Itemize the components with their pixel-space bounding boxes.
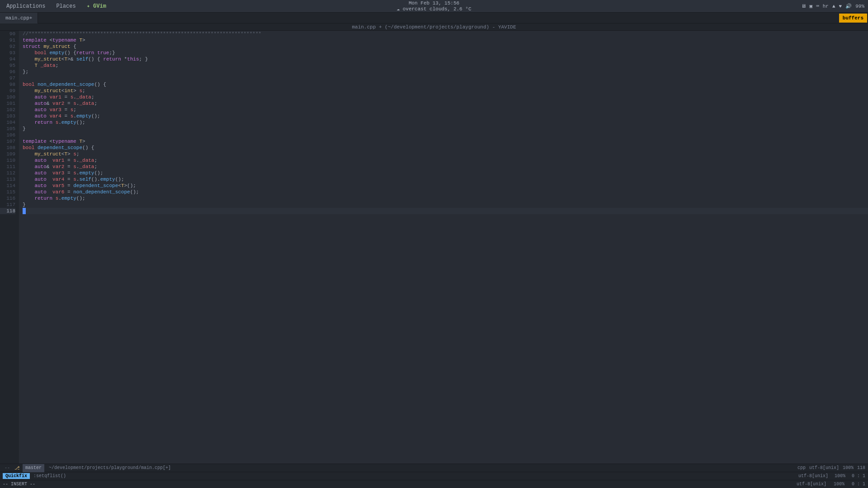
mode-percent: 100% (834, 482, 844, 487)
code-line-96: }; (23, 69, 868, 75)
quickfix-label: Quickfix (3, 473, 30, 479)
ln-106: 106 (0, 132, 15, 138)
code-line-105: } (23, 126, 868, 132)
heart-icon: ♥ (839, 4, 842, 9)
code-line-92: struct my_struct { (23, 43, 868, 50)
ln-91: 91 (0, 37, 15, 43)
monitor-icon: 🖥 (801, 3, 806, 9)
ln-104: 104 (0, 119, 15, 126)
places-menu[interactable]: Places (53, 2, 78, 10)
code-line-93: bool empty() {return true;} (23, 50, 868, 56)
code-line-107: template <typename T> (23, 138, 868, 145)
ln-110: 110 (0, 157, 15, 164)
status-left: -- ⎇ master ~/development/projects/playg… (0, 464, 174, 472)
code-line-100: auto var1 = s._data; (23, 94, 868, 100)
ln-100: 100 (0, 94, 15, 100)
code-line-102: auto var3 = s; (23, 107, 868, 113)
code-line-101: auto& var2 = s._data; (23, 100, 868, 107)
code-line-104: return s.empty(); (23, 119, 868, 126)
ln-115: 115 (0, 189, 15, 195)
system-bar: Applications Places ✦ GVim Mon Feb 13, 1… (0, 0, 868, 13)
ln-114: 114 (0, 183, 15, 189)
editor-container: 90 91 92 93 94 95 96 97 98 99 100 101 10… (0, 31, 868, 464)
ln-107: 107 (0, 138, 15, 145)
line-numbers: 90 91 92 93 94 95 96 97 98 99 100 101 10… (0, 31, 19, 464)
ln-112: 112 (0, 170, 15, 176)
code-line-109: my_struct<T> s; (23, 151, 868, 157)
status-branch: master (23, 464, 44, 472)
quickfix-right: utf-8[unix] 100% 0 : 1 (798, 474, 865, 479)
datetime-display: Mon Feb 13, 15:56 (409, 0, 459, 6)
system-bar-left: Applications Places ✦ GVim (4, 2, 109, 10)
code-line-117: } (23, 202, 868, 208)
ln-105: 105 (0, 126, 15, 132)
status-bar: -- ⎇ master ~/development/projects/playg… (0, 464, 868, 472)
mode-indicator: -- INSERT -- (3, 482, 35, 487)
ln-96: 96 (0, 69, 15, 75)
active-tab[interactable]: main.cpp+ (0, 13, 38, 23)
weather-display: ☁ overcast clouds, 2.6 °C (396, 6, 471, 12)
system-bar-center: Mon Feb 13, 15:56 ☁ overcast clouds, 2.6… (396, 0, 471, 12)
code-line-113: auto var4 = s.self().empty(); (23, 176, 868, 183)
status-filepath: ~/development/projects/playground/main.c… (46, 465, 174, 470)
qf-position: 0 : 1 (852, 474, 865, 479)
applications-menu[interactable]: Applications (4, 2, 48, 10)
title-text: main.cpp + (~/development/projects/playg… (352, 24, 516, 30)
code-line-108: bool dependent_scope() { (23, 145, 868, 151)
status-right: cpp utf-8[unix] 100% 118 (797, 465, 868, 470)
qf-percent: 100% (835, 474, 845, 479)
battery-display: 99% (855, 4, 864, 9)
ln-101: 101 (0, 100, 15, 107)
code-line-97 (23, 75, 868, 81)
ln-116: 116 (0, 195, 15, 202)
title-line: main.cpp + (~/development/projects/playg… (0, 23, 868, 31)
ln-111: 111 (0, 164, 15, 170)
gvim-menu[interactable]: ✦ GVim (84, 2, 109, 10)
code-line-98: bool non_dependent_scope() { (23, 81, 868, 88)
mode-encoding: utf-8[unix] (797, 482, 826, 487)
ln-109: 109 (0, 151, 15, 157)
ln-95: 95 (0, 62, 15, 69)
code-line-115: auto var6 = non_dependent_scope(); (23, 189, 868, 195)
status-percent: 100% (843, 465, 854, 470)
code-line-111: auto& var2 = s._data; (23, 164, 868, 170)
ln-113: 113 (0, 176, 15, 183)
code-line-103: auto var4 = s.empty(); (23, 113, 868, 119)
tab-bar: main.cpp+ buffers (0, 13, 868, 23)
ln-90: 90 (0, 31, 15, 37)
qf-encoding: utf-8[unix] (798, 474, 828, 479)
code-line-95: T _data; (23, 62, 868, 69)
ln-108: 108 (0, 145, 15, 151)
ln-99: 99 (0, 88, 15, 94)
code-line-116: return s.empty(); (23, 195, 868, 202)
status-encoding: utf-8[unix] (809, 465, 839, 470)
ln-103: 103 (0, 113, 15, 119)
code-line-91: template <typename T> (23, 37, 868, 43)
code-line-99: my_struct<int> s; (23, 88, 868, 94)
quickfix-command: :setqflist() (33, 474, 66, 479)
code-line-90: //**************************************… (23, 31, 868, 37)
status-line: 118 (857, 465, 865, 470)
ln-102: 102 (0, 107, 15, 113)
ln-118: 118 (0, 208, 15, 214)
code-line-94: my_struct<T>& self() { return *this; } (23, 56, 868, 62)
layout-label[interactable]: hr (823, 4, 829, 9)
keyboard-icon: ⌨ (816, 3, 819, 9)
ln-93: 93 (0, 50, 15, 56)
window-icon: ▣ (810, 3, 813, 9)
mode-position: 0 : 1 (852, 482, 865, 487)
code-line-110: auto var1 = s._data; (23, 157, 868, 164)
mode-bar: -- INSERT -- utf-8[unix] 100% 0 : 1 (0, 480, 868, 488)
quickfix-bar: Quickfix :setqflist() utf-8[unix] 100% 0… (0, 472, 868, 480)
code-line-114: auto var5 = dependent_scope<T>(); (23, 183, 868, 189)
ln-117: 117 (0, 202, 15, 208)
code-area[interactable]: //**************************************… (19, 31, 868, 464)
code-line-118 (23, 208, 868, 214)
ln-92: 92 (0, 43, 15, 50)
status-filetype: cpp (797, 465, 806, 470)
ln-97: 97 (0, 75, 15, 81)
code-line-106 (23, 132, 868, 138)
ln-98: 98 (0, 81, 15, 88)
buffers-button[interactable]: buffers (839, 14, 867, 23)
volume-icon: 🔊 (845, 3, 852, 9)
